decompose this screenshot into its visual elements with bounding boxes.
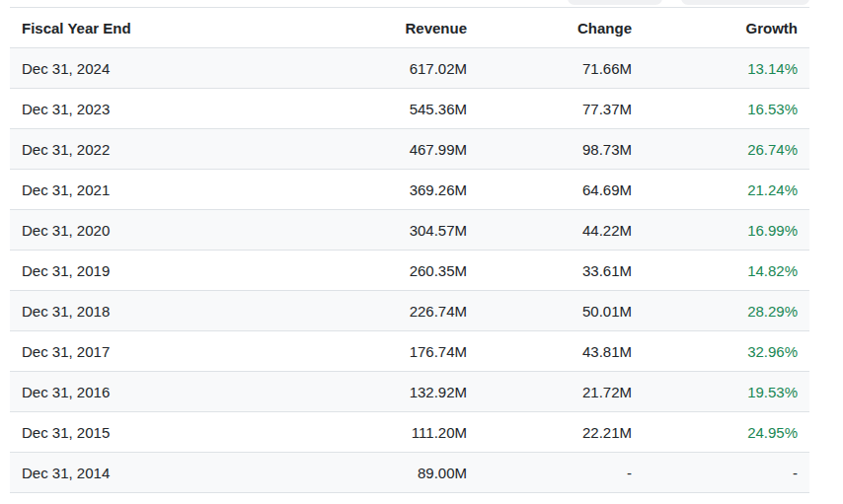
revenue-cell: 176.74M (316, 331, 479, 372)
growth-cell: 28.29% (644, 291, 809, 331)
table-row: Dec 31, 2019260.35M33.61M14.82% (10, 251, 809, 291)
revenue-cell: 369.26M (316, 170, 479, 210)
fiscal-year-cell: Dec 31, 2021 (10, 170, 316, 210)
column-header-growth: Growth (644, 8, 809, 48)
change-cell: 50.01M (479, 291, 644, 331)
fiscal-year-cell: Dec 31, 2024 (10, 48, 316, 89)
change-cell: 44.22M (479, 210, 644, 251)
revenue-cell: 467.99M (316, 129, 479, 170)
table-row: Dec 31, 2024617.02M71.66M13.14% (10, 48, 809, 89)
table-row: Dec 31, 201489.00M-- (10, 453, 809, 493)
growth-cell: 32.96% (644, 331, 809, 372)
growth-cell: 26.74% (644, 129, 809, 170)
revenue-table-page: Fiscal Year EndRevenueChangeGrowth Dec 3… (0, 0, 843, 504)
change-cell: 71.66M (479, 48, 644, 89)
growth-cell: 16.53% (644, 89, 809, 129)
column-header-change: Change (479, 8, 644, 48)
change-cell: 98.73M (479, 129, 644, 170)
fiscal-revenue-table: Fiscal Year EndRevenueChangeGrowth Dec 3… (10, 7, 809, 493)
growth-cell: 13.14% (644, 48, 809, 89)
fiscal-year-cell: Dec 31, 2016 (10, 372, 316, 412)
revenue-cell: 545.36M (316, 89, 479, 129)
revenue-cell: 260.35M (316, 251, 479, 291)
revenue-cell: 132.92M (316, 372, 479, 412)
table-row: Dec 31, 2018226.74M50.01M28.29% (10, 291, 809, 331)
table-header-row: Fiscal Year EndRevenueChangeGrowth (10, 8, 809, 48)
growth-cell: 21.24% (644, 170, 809, 210)
fiscal-year-cell: Dec 31, 2023 (10, 89, 316, 129)
table-row: Dec 31, 2016132.92M21.72M19.53% (10, 372, 809, 412)
fiscal-year-cell: Dec 31, 2022 (10, 129, 316, 170)
change-cell: 77.37M (479, 89, 644, 129)
revenue-cell: 304.57M (316, 210, 479, 251)
column-header-revenue: Revenue (316, 8, 479, 48)
change-cell: 33.61M (479, 251, 644, 291)
fiscal-revenue-table-container: Fiscal Year EndRevenueChangeGrowth Dec 3… (10, 7, 809, 493)
growth-cell: 24.95% (644, 412, 809, 453)
growth-cell: 14.82% (644, 251, 809, 291)
table-row: Dec 31, 2021369.26M64.69M21.24% (10, 170, 809, 210)
change-cell: - (479, 453, 644, 493)
column-header-fiscal-year-end: Fiscal Year End (10, 8, 316, 48)
table-row: Dec 31, 2020304.57M44.22M16.99% (10, 210, 809, 251)
fiscal-year-cell: Dec 31, 2015 (10, 412, 316, 453)
fiscal-year-cell: Dec 31, 2014 (10, 453, 316, 493)
change-cell: 21.72M (479, 372, 644, 412)
revenue-cell: 617.02M (316, 48, 479, 89)
table-row: Dec 31, 2022467.99M98.73M26.74% (10, 129, 809, 170)
fiscal-year-cell: Dec 31, 2017 (10, 331, 316, 372)
revenue-cell: 226.74M (316, 291, 479, 331)
cropped-toggle-button-left[interactable] (568, 0, 662, 5)
revenue-cell: 89.00M (316, 453, 479, 493)
table-body: Dec 31, 2024617.02M71.66M13.14%Dec 31, 2… (10, 48, 809, 493)
change-cell: 22.21M (479, 412, 644, 453)
fiscal-year-cell: Dec 31, 2018 (10, 291, 316, 331)
growth-cell: - (644, 453, 809, 493)
growth-cell: 19.53% (644, 372, 809, 412)
fiscal-year-cell: Dec 31, 2019 (10, 251, 316, 291)
table-row: Dec 31, 2023545.36M77.37M16.53% (10, 89, 809, 129)
fiscal-year-cell: Dec 31, 2020 (10, 210, 316, 251)
revenue-cell: 111.20M (316, 412, 479, 453)
growth-cell: 16.99% (644, 210, 809, 251)
change-cell: 43.81M (479, 331, 644, 372)
cropped-toggle-button-right[interactable] (681, 0, 809, 5)
change-cell: 64.69M (479, 170, 644, 210)
table-row: Dec 31, 2015111.20M22.21M24.95% (10, 412, 809, 453)
table-row: Dec 31, 2017176.74M43.81M32.96% (10, 331, 809, 372)
